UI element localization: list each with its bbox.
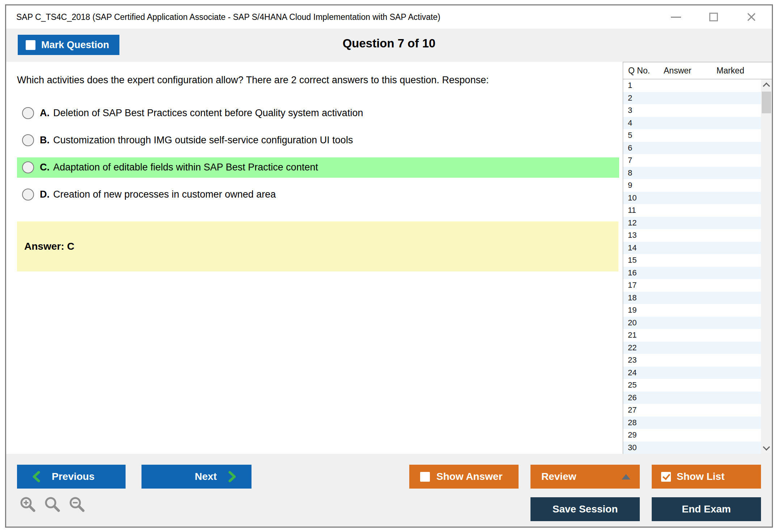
question-list-header: Q No. Answer Marked: [623, 62, 772, 79]
question-list-row[interactable]: 12: [623, 217, 761, 229]
option-c[interactable]: C. Adaptation of editable fields within …: [17, 157, 619, 178]
scroll-down-button[interactable]: [761, 442, 772, 454]
question-list-row[interactable]: 25: [623, 379, 761, 392]
row-q-number: 16: [628, 268, 637, 278]
option-b-letter: B.: [40, 135, 50, 146]
question-list-row[interactable]: 24: [623, 367, 761, 379]
question-list-row[interactable]: 29: [623, 429, 761, 442]
column-q-no: Q No.: [623, 66, 664, 76]
row-q-number: 15: [628, 256, 637, 265]
option-b[interactable]: B. Customization through IMG outside sel…: [17, 130, 619, 151]
row-q-number: 24: [628, 368, 637, 377]
option-d[interactable]: D. Creation of new processes in customer…: [17, 185, 619, 205]
option-c-letter: C.: [40, 162, 50, 173]
question-list-row[interactable]: 28: [623, 417, 761, 429]
question-list-row[interactable]: 18: [623, 292, 761, 304]
minimize-icon: [671, 17, 681, 18]
question-list-row[interactable]: 1: [623, 79, 761, 92]
content-area: Which activities does the expert configu…: [6, 62, 772, 454]
question-list-row[interactable]: 2: [623, 92, 761, 105]
question-list-row[interactable]: 13: [623, 229, 761, 242]
question-list-row[interactable]: 23: [623, 354, 761, 367]
question-list-row[interactable]: 9: [623, 179, 761, 192]
row-q-number: 20: [628, 318, 637, 328]
question-list-row[interactable]: 5: [623, 129, 761, 142]
scroll-up-button[interactable]: [761, 79, 772, 91]
question-list-row[interactable]: 16: [623, 267, 761, 279]
maximize-button[interactable]: [707, 11, 720, 23]
close-button[interactable]: [745, 11, 757, 23]
row-q-number: 14: [628, 243, 637, 253]
zoom-reset-icon[interactable]: [44, 496, 61, 513]
question-list-body: 1234567891011121314151617181920212223242…: [623, 79, 772, 454]
next-button[interactable]: Next: [141, 465, 251, 489]
next-label: Next: [195, 471, 217, 482]
question-list-scrollbar[interactable]: [761, 79, 772, 454]
question-list-row[interactable]: 30: [623, 442, 761, 454]
question-list-row[interactable]: 15: [623, 254, 761, 267]
row-q-number: 8: [628, 168, 632, 178]
row-q-number: 7: [628, 156, 632, 165]
row-q-number: 13: [628, 231, 637, 240]
option-a[interactable]: A. Deletion of SAP Best Practices conten…: [17, 103, 619, 123]
chevron-down-icon: [763, 443, 770, 451]
question-list-row[interactable]: 26: [623, 392, 761, 404]
row-q-number: 4: [628, 118, 632, 128]
row-q-number: 11: [628, 206, 636, 215]
answer-options: A. Deletion of SAP Best Practices conten…: [6, 103, 623, 205]
zoom-out-icon[interactable]: [68, 496, 86, 513]
question-list-row[interactable]: 21: [623, 329, 761, 342]
end-exam-label: End Exam: [682, 503, 731, 515]
question-list-row[interactable]: 8: [623, 167, 761, 180]
save-session-button[interactable]: Save Session: [530, 497, 640, 521]
option-a-text: Deletion of SAP Best Practices content b…: [53, 107, 363, 119]
row-q-number: 10: [628, 193, 637, 203]
review-label: Review: [541, 471, 576, 482]
question-list-row[interactable]: 19: [623, 304, 761, 317]
previous-label: Previous: [52, 471, 94, 482]
zoom-toolbar: [19, 496, 86, 513]
option-a-radio[interactable]: [22, 107, 34, 119]
question-list-row[interactable]: 11: [623, 204, 761, 217]
row-q-number: 6: [628, 143, 632, 153]
question-list-row[interactable]: 3: [623, 104, 761, 117]
answer-label: Answer: C: [24, 241, 74, 252]
question-list-row[interactable]: 10: [623, 192, 761, 204]
scrollbar-thumb[interactable]: [762, 92, 771, 113]
window-title: SAP C_TS4C_2018 (SAP Certified Applicati…: [16, 12, 440, 22]
review-button[interactable]: Review: [530, 465, 640, 489]
row-q-number: 3: [628, 106, 632, 115]
question-list-row[interactable]: 17: [623, 279, 761, 292]
row-q-number: 30: [628, 443, 637, 452]
option-b-radio[interactable]: [22, 134, 34, 146]
question-list-sidebar: Q No. Answer Marked 12345678910111213141…: [623, 62, 772, 454]
maximize-icon: [709, 13, 718, 21]
show-list-button[interactable]: Show List: [652, 465, 761, 489]
end-exam-button[interactable]: End Exam: [652, 497, 761, 521]
option-d-text: Creation of new processes in customer ow…: [53, 189, 276, 200]
question-list-row[interactable]: 27: [623, 404, 761, 417]
row-q-number: 21: [628, 330, 637, 340]
title-bar: SAP C_TS4C_2018 (SAP Certified Applicati…: [6, 5, 772, 29]
question-panel: Which activities does the expert configu…: [6, 62, 623, 454]
row-q-number: 2: [628, 93, 632, 103]
row-q-number: 5: [628, 131, 632, 140]
question-list-row[interactable]: 22: [623, 342, 761, 354]
option-c-radio[interactable]: [22, 161, 34, 173]
close-icon: [746, 12, 757, 22]
question-list-row[interactable]: 14: [623, 242, 761, 254]
row-q-number: 17: [628, 280, 637, 290]
question-list-row[interactable]: 6: [623, 142, 761, 155]
previous-button[interactable]: Previous: [17, 465, 126, 489]
question-list-row[interactable]: 20: [623, 317, 761, 329]
question-list-rows: 1234567891011121314151617181920212223242…: [623, 79, 761, 454]
row-q-number: 22: [628, 343, 637, 352]
question-list-row[interactable]: 7: [623, 154, 761, 167]
question-list-row[interactable]: 4: [623, 117, 761, 130]
option-d-radio[interactable]: [22, 189, 34, 200]
window-controls: [670, 11, 762, 23]
zoom-in-icon[interactable]: [19, 496, 37, 513]
show-answer-button[interactable]: Show Answer: [409, 465, 519, 489]
minimize-button[interactable]: [670, 11, 682, 23]
show-answer-checkbox-icon: [420, 472, 430, 482]
